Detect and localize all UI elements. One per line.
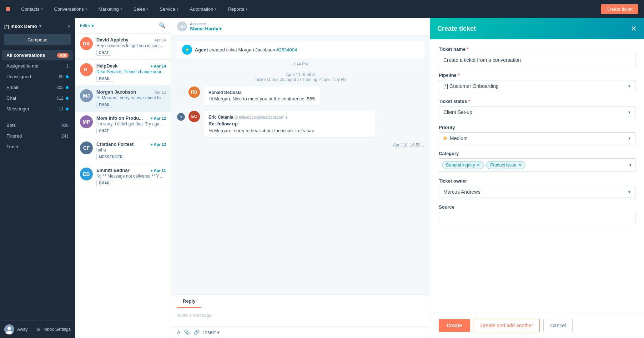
conv-preview: Hi Morgan - sorry to hear about th... [96,95,166,100]
ticket-link[interactable]: #2534004 [276,47,297,53]
status-change-msg: April 11, 9:59 ATicket status changed to… [177,72,424,82]
user-avatar [4,324,14,334]
compose-button[interactable]: Compose [4,34,71,45]
sidebar-item-filtered[interactable]: Filtered 241 [2,131,73,141]
nav-sales[interactable]: Sales ▾ [129,4,153,14]
assignee-label: Assignee [190,22,222,26]
sidebar-item-email[interactable]: Email 305 [2,82,73,93]
conversation-items: DA David Appleby Apr 14 Hey no worries l… [75,34,171,338]
left-sidebar: [*] Inbox Demo ▾ « Compose All conversat… [0,18,75,338]
remove-tag-product-issue[interactable]: ✕ [518,163,522,168]
chevron-down-icon: ▾ [246,7,247,11]
cancel-button[interactable]: Cancel [543,319,573,332]
conv-date: Apr 14 [155,38,166,42]
remove-tag-general-inquiry[interactable]: ✕ [477,163,480,168]
reply-input[interactable]: Write a message [171,308,430,326]
nav-automation[interactable]: Automation ▾ [186,4,221,14]
conv-name: David Appleby [96,37,129,43]
nav-marketing[interactable]: Marketing ▾ [94,4,126,14]
nav-reports[interactable]: Reports ▾ [223,4,252,14]
chevron-down-icon: ▾ [215,7,216,11]
conv-date: ● Apr 11 [150,168,166,173]
ticket-owner-label: Ticket owner [439,178,635,184]
sidebar-item-messenger[interactable]: Messenger 11 [2,104,73,114]
sidebar-item-all-conversations[interactable]: All conversations 928 [2,50,73,60]
conv-list-header: Filter ▾ 🔍 [75,18,171,34]
list-item[interactable]: MP More info on Produ... ● Apr 12 I'm so… [75,112,171,138]
panel-body: Ticket name * Pipeline * [*] Customer On… [430,39,644,313]
assignee-name[interactable]: Shane Hardy ▾ [190,26,222,31]
message-time: April 18, 10:58... [177,143,424,148]
avatar: MP [80,115,93,128]
list-item[interactable]: H HelpDesk ● Apr 14 Dear Service, Please… [75,60,171,86]
conv-date: ● Apr 12 [150,142,166,146]
conv-preview: 📎 ** Message not delivered ** Y... [96,174,166,179]
search-button[interactable]: 🔍 [159,22,166,29]
ticket-owner-field: Ticket owner Marcus Andrews [439,178,635,198]
category-select[interactable]: General inquiry ✕ Product issue ✕ ▼ [439,158,635,172]
avatar: SH [177,21,187,31]
close-panel-button[interactable]: ✕ [631,24,637,33]
conv-date: ● Apr 14 [150,64,166,68]
conv-preview: I'm sorry, I didn't get that. Try aga... [96,121,166,126]
conv-tag: CHAT [96,128,111,134]
conversation-main: SH Assignee Shane Hardy ▾ ⚡ Agent create… [171,18,430,338]
create-button[interactable]: Create [439,319,470,332]
svg-point-1 [7,327,11,330]
nav-contacts[interactable]: Contacts ▾ [17,4,47,14]
conv-preview: Hey no worries let get you in cont... [96,43,166,48]
expand-message-button[interactable]: › [177,89,185,96]
paperclip-icon[interactable]: 🔗 [193,329,200,335]
category-field: Category General inquiry ✕ Product issue… [439,151,635,172]
create-ticket-nav-button[interactable]: Create ticket [601,4,638,14]
sidebar-item-bots[interactable]: Bots 930 [2,120,73,130]
nav-service[interactable]: Service ▾ [155,4,182,14]
ticket-name-input[interactable] [439,54,635,66]
conv-name: HelpDesk [96,63,117,69]
sidebar-bottom: Away ⚙ Inbox Settings [0,320,75,338]
avatar: CF [80,141,93,154]
conv-tag: CHAT [96,50,111,56]
conv-name: Cristiano Fortest [96,141,134,147]
source-input[interactable] [439,212,635,224]
sidebar-item-trash[interactable]: Trash [2,141,73,152]
ticket-status-select[interactable]: Client Set-up [439,106,635,118]
chevron-down-icon: ▾ [120,7,122,11]
conv-tag: EMAIL [96,102,113,108]
settings-icon[interactable]: ⚙ [36,327,41,332]
priority-label: Priority [439,125,635,130]
chevron-down-icon: ▾ [91,23,94,28]
msg-subject: Re: follow up [208,121,370,126]
conv-preview: Dear Service, Please change your... [96,69,166,74]
expand-message-button[interactable]: ▾ [177,113,185,121]
filter-button[interactable]: Filter ▾ [80,23,94,28]
conv-tag: EMAIL [96,76,113,82]
inbox-settings-label[interactable]: Inbox Settings [44,327,71,332]
pipeline-select[interactable]: [*] Customer Onboarding [439,80,635,92]
insert-button[interactable]: Insert ▾ [203,329,220,335]
priority-select[interactable]: Medium [439,132,635,144]
font-button[interactable]: A [177,329,180,335]
message-item: ▾ EC Eric Catania to mjacobson@hubspot.c… [177,111,424,137]
list-item[interactable]: DA David Appleby Apr 14 Hey no worries l… [75,34,171,60]
ticket-owner-select[interactable]: Marcus Andrews [439,186,635,198]
create-add-another-button[interactable]: Create and add another [474,319,540,332]
tab-reply[interactable]: Reply [177,295,201,308]
source-field: Source [439,204,635,224]
nav-conversations[interactable]: Conversations ▾ [50,4,91,14]
sidebar-item-chat[interactable]: Chat 612 [2,93,73,103]
chevron-down-icon: ▾ [177,7,178,11]
list-item[interactable]: EB Emmitt Bednar ● Apr 11 📎 ** Message n… [75,164,171,190]
message-truncated: ⚡ Agent created ticket Morgan Jacobson #… [177,41,424,58]
list-item[interactable]: CF Cristiano Fortest ● Apr 12 haha MESSE… [75,138,171,164]
list-item[interactable]: MJ Morgan Jacobson Apr 12 Hi Morgan - so… [75,86,171,112]
sidebar-item-assigned-to-me[interactable]: Assigned to me 1 [2,61,73,71]
conv-header: SH Assignee Shane Hardy ▾ [171,18,430,35]
conv-date: ● Apr 12 [150,116,166,120]
collapse-sidebar-icon[interactable]: « [67,23,71,29]
user-status-label[interactable]: Away [17,327,27,332]
conv-name: More info on Produ... [96,115,143,121]
attachment-icon[interactable]: 📎 [184,329,190,335]
ticket-status-field: Ticket status * Client Set-up [439,99,635,118]
sidebar-item-unassigned[interactable]: Unassigned 65 [2,71,73,82]
